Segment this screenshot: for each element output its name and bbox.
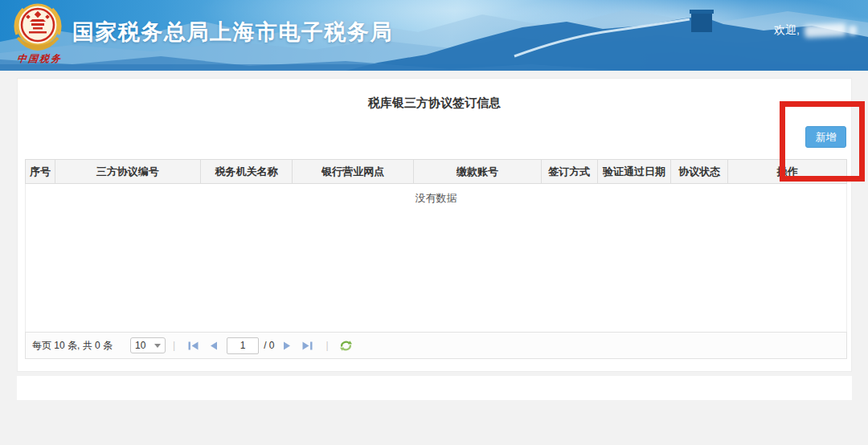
last-page-icon (302, 341, 313, 350)
pager-separator-2: | (326, 340, 328, 351)
column-header-signing-method: 签订方式 (542, 160, 598, 183)
logo-caption: 中国税务 (7, 52, 72, 66)
content-card: 税库银三方协议签订信息 新增 序号 三方协议编号 税务机关名称 银行营业网点 缴… (17, 78, 852, 372)
column-header-bank-branch: 银行营业网点 (293, 160, 414, 183)
column-header-tax-authority: 税务机关名称 (201, 160, 293, 183)
table-header-row: 序号 三方协议编号 税务机关名称 银行营业网点 缴款账号 签订方式 验证通过日期… (25, 159, 847, 184)
pagination-bar: 每页 10 条, 共 0 条 10 | / 0 (25, 332, 847, 359)
next-page-button[interactable] (277, 341, 297, 350)
national-emblem-icon (10, 2, 65, 52)
table-body: 没有数据 (25, 184, 847, 332)
welcome-area: 欢迎, (774, 23, 857, 38)
first-page-button[interactable] (182, 341, 204, 350)
column-header-verify-date: 验证通过日期 (598, 160, 672, 183)
page-size-select[interactable]: 10 (130, 337, 166, 353)
electronic-tax-bureau-page: 中国税务 国家税务总局上海市电子税务局 欢迎, 税库银三方协议签订信息 新增 序… (0, 0, 868, 445)
pager-separator: | (173, 340, 175, 351)
column-header-payment-account: 缴款账号 (414, 160, 542, 183)
last-page-button[interactable] (297, 341, 318, 350)
column-header-agreement-status: 协议状态 (671, 160, 728, 183)
add-button[interactable]: 新增 (805, 126, 846, 148)
page-number-input[interactable] (227, 337, 259, 354)
column-header-agreement-no: 三方协议编号 (55, 160, 201, 183)
header-banner: 中国税务 国家税务总局上海市电子税务局 欢迎, (0, 0, 868, 71)
first-page-icon (188, 341, 199, 350)
empty-data-message: 没有数据 (26, 184, 846, 206)
total-pages-label: / 0 (264, 340, 274, 351)
user-name-redacted-2 (849, 26, 857, 35)
page-size-value: 10 (135, 340, 145, 351)
next-page-icon (283, 341, 291, 350)
chevron-down-icon (154, 344, 161, 348)
footer-strip (17, 376, 852, 400)
refresh-icon (339, 340, 353, 352)
prev-page-button[interactable] (204, 341, 223, 350)
prev-page-icon (210, 341, 218, 350)
refresh-button[interactable] (336, 340, 356, 352)
column-header-index: 序号 (26, 160, 55, 183)
column-header-actions: 操作 (728, 160, 846, 183)
page-title: 税库银三方协议签订信息 (18, 79, 851, 111)
user-name-redacted (805, 23, 847, 39)
page-header-title: 国家税务总局上海市电子税务局 (72, 18, 393, 47)
pagination-summary: 每页 10 条, 共 0 条 (32, 339, 130, 353)
welcome-label: 欢迎, (774, 23, 800, 38)
